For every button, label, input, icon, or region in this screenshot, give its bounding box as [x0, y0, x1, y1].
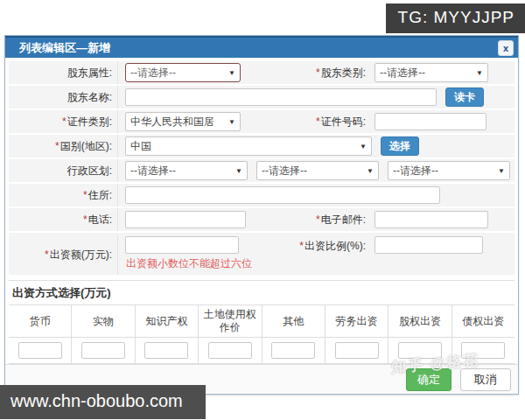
- shareholder-name-input[interactable]: [125, 88, 437, 106]
- dialog-title: 列表编辑区—新增: [19, 41, 110, 54]
- currency-input[interactable]: [18, 342, 62, 359]
- tg-badge: TG: MYYJJPP: [386, 4, 525, 33]
- row-address: *住所:: [9, 184, 514, 206]
- address-label: *住所:: [9, 184, 118, 206]
- shareholder-attr-select[interactable]: --请选择-- ▼: [125, 63, 241, 82]
- col-in-kind: 实物: [72, 305, 135, 337]
- in-kind-input[interactable]: [81, 342, 125, 359]
- edit-dialog: 列表编辑区—新增 x 股东属性: --请选择-- ▼ *股东类别:: [4, 35, 519, 395]
- read-card-button[interactable]: 读卡: [445, 88, 484, 107]
- shareholder-type-label: *股东类别:: [278, 66, 366, 80]
- cancel-button[interactable]: 取消: [460, 368, 511, 391]
- equity-input[interactable]: [398, 342, 442, 359]
- admin-division-select-1[interactable]: --请选择-- ▼: [125, 161, 248, 180]
- capital-table-header: 货币 实物 知识产权 土地使用权作价 其他 劳务出资 股权出资 债权出资: [9, 304, 514, 338]
- col-ip: 知识产权: [136, 305, 199, 337]
- debt-input[interactable]: [461, 342, 505, 359]
- land-use-input[interactable]: [208, 342, 252, 359]
- col-currency: 货币: [9, 305, 72, 337]
- cert-type-label: *证件类别:: [9, 110, 118, 133]
- cert-no-input[interactable]: [374, 113, 486, 130]
- chevron-down-icon: ▼: [225, 118, 235, 126]
- email-input[interactable]: [374, 211, 488, 228]
- capital-section: 出资方式选择(万元) 货币 实物 知识产权 土地使用权作价 其他 劳务出资 股权…: [9, 280, 514, 364]
- other-input[interactable]: [271, 342, 315, 359]
- close-icon[interactable]: x: [498, 40, 514, 56]
- row-phone-email: *电话: *电子邮件:: [9, 208, 514, 231]
- phone-input[interactable]: [125, 211, 246, 228]
- row-shareholder-attr: 股东属性: --请选择-- ▼ *股东类别: --请选择-- ▼: [9, 61, 514, 84]
- chevron-down-icon: ▼: [225, 69, 235, 77]
- capital-section-title: 出资方式选择(万元): [9, 281, 514, 304]
- col-other: 其他: [262, 305, 326, 337]
- chevron-down-icon: ▼: [494, 167, 505, 175]
- col-debt: 债权出资: [452, 305, 514, 337]
- col-labor: 劳务出资: [326, 305, 388, 337]
- phone-label: *电话:: [9, 208, 118, 231]
- row-amount-ratio: *出资额(万元): 出资额小数位不能超过六位 *出资比例(%):: [9, 233, 514, 275]
- row-admin-division: 行政区划: --请选择-- ▼ --请选择-- ▼ --请选择-- ▼: [9, 159, 514, 182]
- ratio-label: *出资比例(%):: [278, 236, 366, 256]
- country-select[interactable]: 中国 ▼: [125, 136, 372, 156]
- site-badge: www.chn-oboubo.com: [0, 385, 206, 419]
- amount-validation-hint: 出资额小数位不能超过六位: [126, 256, 252, 271]
- chevron-down-icon: ▼: [363, 167, 374, 175]
- shareholder-attr-label: 股东属性:: [9, 61, 118, 84]
- admin-division-select-3[interactable]: --请选择-- ▼: [388, 161, 510, 180]
- col-land-use: 土地使用权作价: [199, 305, 262, 337]
- dialog-titlebar: 列表编辑区—新增 x: [5, 36, 518, 58]
- capital-table-inputs: [9, 338, 514, 364]
- admin-division-select-2[interactable]: --请选择-- ▼: [256, 161, 379, 180]
- confirm-button[interactable]: 确定: [406, 368, 452, 391]
- chevron-down-icon: ▼: [356, 143, 367, 150]
- chevron-down-icon: ▼: [472, 69, 483, 77]
- email-label: *电子邮件:: [278, 213, 366, 228]
- ratio-input[interactable]: [374, 236, 483, 254]
- form-area: 股东属性: --请选择-- ▼ *股东类别: --请选择-- ▼: [5, 58, 518, 275]
- col-equity: 股权出资: [388, 305, 452, 337]
- choose-button[interactable]: 选择: [381, 136, 419, 156]
- row-country: *国别(地区): 中国 ▼ 选择: [9, 135, 514, 158]
- address-input[interactable]: [125, 186, 440, 204]
- cert-no-label: *证件号码:: [278, 115, 366, 130]
- labor-input[interactable]: [335, 342, 379, 359]
- cert-type-select[interactable]: 中华人民共和国居 ▼: [125, 112, 241, 131]
- page: TG: MYYJJPP 列表编辑区—新增 x 股东属性: --请选择-- ▼: [0, 0, 525, 420]
- amount-input[interactable]: [125, 236, 239, 254]
- shareholder-type-select[interactable]: --请选择-- ▼: [374, 63, 488, 82]
- row-shareholder-name: 股东名称: 读卡: [9, 86, 514, 108]
- amount-label: *出资额(万元):: [9, 234, 118, 275]
- row-cert: *证件类别: 中华人民共和国居 ▼ *证件号码:: [9, 110, 514, 133]
- chevron-down-icon: ▼: [232, 167, 242, 175]
- shareholder-name-label: 股东名称:: [9, 86, 118, 108]
- admin-division-label: 行政区划:: [9, 159, 118, 182]
- country-label: *国别(地区):: [9, 135, 118, 158]
- ip-input[interactable]: [144, 342, 188, 359]
